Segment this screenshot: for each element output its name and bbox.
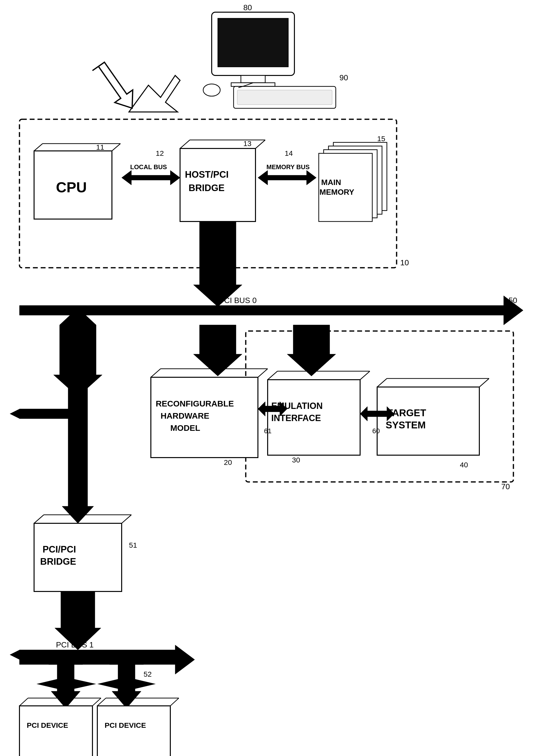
svg-line-58 (34, 515, 44, 523)
svg-line-78 (170, 698, 179, 706)
ref-13: 13 (243, 140, 251, 147)
svg-line-49 (479, 378, 489, 387)
pci-pci-bridge-label2: BRIDGE (40, 556, 76, 567)
svg-marker-54 (20, 409, 78, 419)
ref-15: 15 (377, 135, 385, 143)
svg-rect-5 (218, 18, 288, 67)
svg-rect-7 (231, 83, 275, 86)
pci-pci-bridge-label: PCI/PCI (43, 544, 76, 555)
svg-line-43 (360, 371, 370, 380)
cpu-label: CPU (56, 179, 87, 195)
svg-line-72 (20, 698, 28, 706)
svg-line-48 (377, 378, 387, 387)
svg-marker-24 (258, 170, 316, 185)
ref-10: 10 (400, 258, 409, 267)
svg-line-59 (122, 515, 131, 523)
svg-line-42 (268, 371, 277, 380)
host-pci-bridge-label: HOST/PCI (185, 169, 228, 180)
diagram: 80 90 10 CPU 11 LOCAL BUS 12 HOST/PCI BR… (0, 0, 537, 756)
svg-rect-6 (241, 75, 265, 83)
main-memory-label2: MEMORY (319, 188, 354, 196)
svg-marker-29 (193, 222, 242, 307)
svg-point-8 (203, 84, 220, 96)
ref-61: 61 (264, 427, 271, 435)
ref-52: 52 (144, 670, 151, 678)
svg-marker-55 (10, 409, 20, 419)
main-memory-label: MAIN (321, 178, 341, 187)
svg-line-73 (93, 698, 101, 706)
svg-line-15 (112, 144, 120, 151)
svg-marker-64 (10, 650, 20, 660)
svg-line-37 (151, 369, 161, 377)
svg-marker-30 (20, 296, 523, 325)
svg-line-14 (34, 144, 43, 151)
svg-marker-70 (135, 679, 156, 689)
pci-bus-1-label: PCI BUS 1 (56, 640, 94, 649)
svg-rect-71 (20, 706, 93, 756)
svg-line-20 (180, 140, 190, 148)
ref-12: 12 (156, 149, 164, 157)
reconfig-hw-label3: MODEL (170, 423, 200, 433)
ref-50: 50 (509, 296, 517, 305)
svg-marker-35 (287, 325, 336, 376)
svg-rect-10 (237, 90, 332, 105)
ref-20: 20 (224, 458, 232, 466)
svg-marker-68 (74, 679, 96, 689)
pci-bus-0-label: PCI BUS 0 (219, 296, 257, 305)
svg-marker-18 (122, 170, 180, 185)
ref-60: 60 (372, 427, 380, 435)
svg-marker-11 (129, 75, 180, 112)
svg-marker-69 (97, 679, 118, 689)
reconfig-hw-label2: HARDWARE (161, 411, 209, 420)
svg-rect-76 (97, 706, 170, 756)
ref-80: 80 (243, 3, 252, 12)
svg-marker-67 (36, 679, 57, 689)
svg-line-21 (256, 140, 265, 148)
svg-marker-63 (20, 645, 195, 674)
svg-line-77 (97, 698, 106, 706)
svg-rect-28 (319, 153, 372, 222)
host-pci-bridge-label2: BRIDGE (188, 183, 225, 193)
ref-51: 51 (129, 541, 137, 549)
memory-bus-label: MEMORY BUS (267, 163, 310, 171)
ref-40: 40 (460, 461, 468, 469)
svg-line-38 (258, 369, 268, 377)
ref-90: 90 (339, 73, 348, 82)
emulation-interface-label2: INTERFACE (271, 413, 321, 423)
local-bus-label: LOCAL BUS (130, 163, 167, 171)
reconfig-hw-label: RECONFIGURABLE (156, 399, 234, 408)
ref-70: 70 (501, 482, 510, 491)
ref-11: 11 (96, 143, 104, 151)
target-system-label2: SYSTEM (386, 420, 426, 430)
pci-device-2-label: PCI DEVICE (104, 721, 146, 729)
pci-device-1-label: PCI DEVICE (27, 721, 68, 729)
ref-30: 30 (292, 456, 300, 464)
ref-14: 14 (285, 149, 293, 157)
